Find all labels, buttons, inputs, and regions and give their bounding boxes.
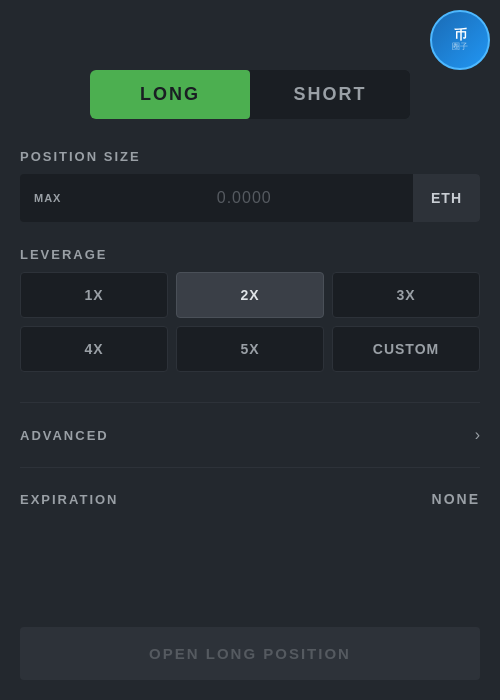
position-size-label: POSITION SIZE [20, 149, 480, 164]
chevron-right-icon: › [475, 426, 480, 444]
currency-label: ETH [413, 174, 480, 222]
divider-2 [20, 467, 480, 468]
leverage-3x-button[interactable]: 3X [332, 272, 480, 318]
expiration-value: NONE [432, 491, 480, 507]
divider-1 [20, 402, 480, 403]
leverage-grid: 1X 2X 3X 4X 5X CUSTOM [20, 272, 480, 372]
position-size-section: POSITION SIZE MAX ETH [20, 149, 480, 222]
expiration-label: EXPIRATION [20, 492, 119, 507]
leverage-5x-button[interactable]: 5X [176, 326, 324, 372]
advanced-section[interactable]: ADVANCED › [20, 408, 480, 462]
watermark-symbol: 币 [454, 28, 467, 41]
max-button[interactable]: MAX [20, 176, 75, 220]
main-container: 币 圈子 LONG SHORT POSITION SIZE MAX ETH LE… [0, 0, 500, 700]
position-size-input-row: MAX ETH [20, 174, 480, 222]
advanced-label: ADVANCED [20, 428, 109, 443]
leverage-label: LEVERAGE [20, 247, 480, 262]
direction-toggle: LONG SHORT [90, 70, 410, 119]
amount-input[interactable] [75, 189, 413, 207]
watermark-sub: 圈子 [452, 41, 468, 52]
leverage-custom-button[interactable]: CUSTOM [332, 326, 480, 372]
expiration-section: EXPIRATION NONE [20, 473, 480, 525]
leverage-2x-button[interactable]: 2X [176, 272, 324, 318]
leverage-section: LEVERAGE 1X 2X 3X 4X 5X CUSTOM [20, 247, 480, 372]
short-button[interactable]: SHORT [250, 70, 410, 119]
long-button[interactable]: LONG [90, 70, 250, 119]
watermark-badge: 币 圈子 [430, 10, 490, 70]
open-position-button[interactable]: OPEN LONG POSITION [20, 627, 480, 680]
leverage-4x-button[interactable]: 4X [20, 326, 168, 372]
leverage-1x-button[interactable]: 1X [20, 272, 168, 318]
